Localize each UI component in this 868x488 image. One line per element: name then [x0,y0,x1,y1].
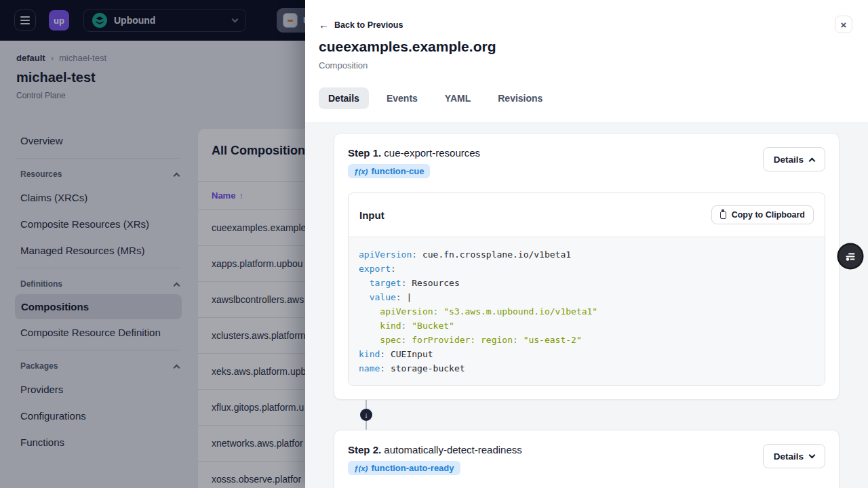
drawer-body: Step 1. cue-export-resources ƒ(x) functi… [305,122,868,488]
step-title: Step 2. automatically-detect-readiness [348,444,522,455]
chevron-up-icon [809,157,816,164]
function-icon: ƒ(x) [354,167,368,176]
clipboard-icon [720,211,726,219]
step-details-toggle-button[interactable]: Details [763,147,825,171]
pipeline-step-2-card: Step 2. automatically-detect-readiness ƒ… [334,430,840,488]
details-button-label: Details [774,451,804,462]
details-button-label: Details [774,155,804,165]
function-badge-label: function-cue [371,166,424,176]
copy-to-clipboard-button[interactable]: Copy to Clipboard [711,205,814,224]
function-icon: ƒ(x) [354,464,368,472]
function-badge-label: function-auto-ready [371,463,454,473]
down-arrow-icon: ↓ [360,409,372,421]
back-label: Back to Previous [334,20,403,30]
feedback-icon [844,250,856,262]
close-button[interactable]: × [835,16,852,33]
step-name: cue-export-resources [384,147,480,159]
back-arrow-icon: ← [319,19,329,30]
chevron-down-icon [809,452,816,459]
drawer-subtitle: Composition [319,60,368,70]
copy-button-label: Copy to Clipboard [732,210,805,220]
tab-details[interactable]: Details [319,87,369,109]
tab-events[interactable]: Events [377,87,427,109]
input-panel: Input Copy to Clipboard apiVersion: cue.… [348,192,825,386]
pipeline-step-1-card: Step 1. cue-export-resources ƒ(x) functi… [334,133,840,400]
step-number: Step 2. [348,444,381,455]
input-panel-header: Input Copy to Clipboard [349,193,825,237]
step-details-toggle-button[interactable]: Details [763,444,825,468]
feedback-widget-button[interactable] [839,245,862,268]
function-badge: ƒ(x) function-auto-ready [348,461,460,475]
step-number: Step 1. [348,147,381,159]
code-block: apiVersion: cue.fn.crossplane.io/v1beta1… [349,237,825,385]
step-header: Step 2. automatically-detect-readiness ƒ… [348,444,825,475]
pipeline-connector: ↓ [334,400,840,430]
drawer-title: cueexamples.example.org [319,39,496,55]
close-icon: × [841,19,847,30]
tab-revisions[interactable]: Revisions [488,87,552,109]
input-panel-title: Input [359,209,384,221]
drawer-tabs: Details Events YAML Revisions [319,87,552,109]
step-title: Step 1. cue-export-resources [348,147,480,159]
tab-yaml[interactable]: YAML [435,87,480,109]
step-header: Step 1. cue-export-resources ƒ(x) functi… [348,147,825,178]
back-to-previous-link[interactable]: ← Back to Previous [319,19,403,30]
step-name: automatically-detect-readiness [384,444,521,455]
composition-details-drawer: ← Back to Previous × cueexamples.example… [305,0,868,488]
screen: up Upbound U default › michael-test mich… [0,0,868,488]
function-badge: ƒ(x) function-cue [348,164,430,178]
